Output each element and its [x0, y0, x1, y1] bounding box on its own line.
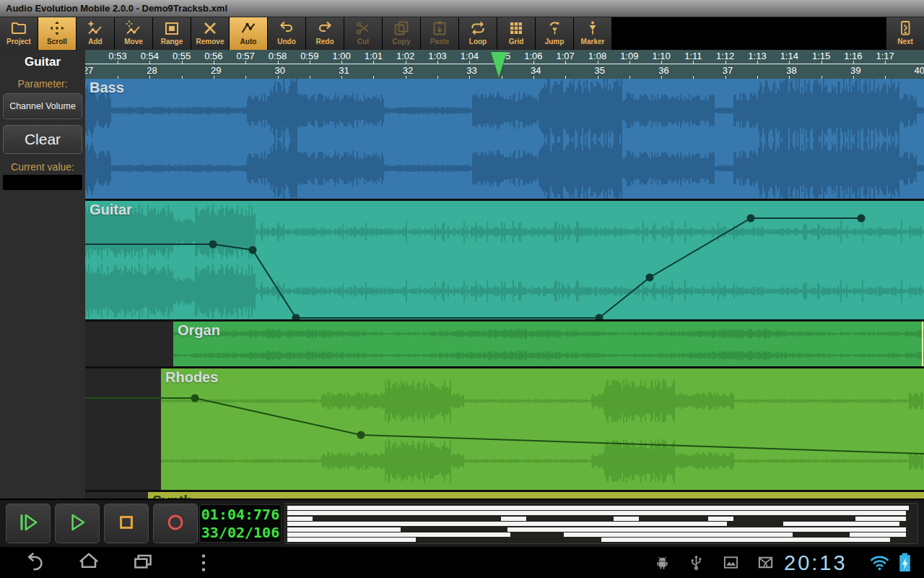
- navigator-clip-bar: [783, 522, 899, 526]
- automation-node[interactable]: [249, 246, 257, 254]
- time-label: 1:00: [332, 51, 350, 61]
- toolbar-button-label: Project: [6, 38, 31, 46]
- auto-icon: [240, 20, 257, 37]
- time-label: 1:12: [716, 51, 734, 61]
- navigator-clip-bar: [501, 517, 526, 521]
- battery-icon: [898, 552, 912, 576]
- ruler-tick: [757, 61, 758, 64]
- auto-button[interactable]: Auto: [230, 17, 267, 50]
- navigator-track-row: [287, 522, 915, 526]
- scroll-button[interactable]: Scroll: [38, 17, 76, 50]
- automation-node[interactable]: [357, 431, 365, 439]
- add-button[interactable]: Add: [77, 17, 114, 50]
- bar-label: 36: [658, 65, 668, 76]
- parameter-select-button[interactable]: Channel Volume: [3, 93, 82, 119]
- toolbar-button-label: Range: [161, 38, 183, 46]
- track-area: BassGuitarOrganRhodesSynth: [85, 79, 924, 499]
- navigator-track-row: [287, 538, 915, 542]
- time-label: 1:14: [780, 51, 798, 61]
- time-label: 0:59: [300, 51, 318, 61]
- jump-button[interactable]: Jump: [536, 17, 573, 50]
- audio-clip-synth[interactable]: [148, 492, 924, 499]
- ruler-tick: [406, 61, 406, 64]
- navigator-clip-bar: [287, 511, 906, 515]
- loop-button[interactable]: Loop: [459, 17, 497, 50]
- track-name-label: Organ: [178, 322, 220, 339]
- transport-bar: 01:04:776 33/02/106: [0, 499, 924, 547]
- bar-label: 27: [85, 65, 93, 76]
- timeline-ruler[interactable]: 0:530:540:550:560:570:580:591:001:011:02…: [85, 50, 924, 79]
- automation-node[interactable]: [191, 394, 199, 402]
- back-button[interactable]: [22, 550, 48, 576]
- time-label: 0:55: [173, 51, 191, 61]
- play-from-start-button[interactable]: [6, 504, 51, 543]
- ruler-tick: [214, 61, 214, 64]
- playhead[interactable]: [491, 52, 507, 77]
- android-system-bar: 20:13: [0, 547, 924, 578]
- track-organ: Organ: [85, 322, 924, 366]
- navigator-track-row: [287, 532, 915, 537]
- paste-button: Paste: [421, 17, 458, 50]
- automation-curve[interactable]: [85, 368, 924, 490]
- time-label: 1:16: [844, 51, 862, 61]
- time-label: 0:53: [108, 51, 126, 61]
- song-overview-navigator[interactable]: [284, 503, 918, 544]
- undo-icon: [278, 20, 295, 37]
- automation-node[interactable]: [747, 215, 755, 223]
- range-icon: [163, 20, 180, 37]
- status-clock: 20:13: [784, 551, 865, 575]
- ruler-tick: [533, 61, 534, 64]
- gmail-icon: [757, 554, 774, 574]
- menu-button[interactable]: [191, 550, 217, 576]
- automation-node[interactable]: [596, 314, 603, 320]
- ruler-tick: [629, 61, 630, 64]
- redo-button[interactable]: Redo: [306, 17, 344, 50]
- next-toolbar-page-button[interactable]: Next: [886, 17, 924, 50]
- record-button[interactable]: [153, 504, 198, 543]
- toolbar-button-label: Next: [897, 38, 913, 46]
- undo-button[interactable]: Undo: [268, 17, 305, 50]
- play-button[interactable]: [55, 504, 100, 543]
- track-name-label: Synth: [152, 493, 193, 499]
- app-screen: Audio Evolution Mobile 2.0.0 - Demo9Trac…: [0, 0, 924, 578]
- waveform: [173, 322, 924, 366]
- ruler-tick: [149, 61, 150, 64]
- track-synth: Synth: [85, 492, 924, 499]
- time-label: 0:58: [269, 51, 287, 61]
- jump-icon: [546, 20, 563, 37]
- remove-button[interactable]: Remove: [191, 17, 229, 50]
- navigator-clip-bar: [601, 538, 890, 542]
- navigator-track-row: [287, 527, 915, 532]
- ruler-tick: [821, 61, 822, 64]
- navigator-clip-bar: [855, 517, 906, 521]
- time-label: 1:17: [876, 51, 894, 61]
- play-from-start-icon: [15, 509, 41, 538]
- range-button[interactable]: Range: [153, 17, 191, 50]
- audio-clip-organ[interactable]: [173, 322, 924, 366]
- ruler-tick: [598, 61, 598, 64]
- bar-label: 29: [211, 65, 221, 76]
- audio-clip-bass[interactable]: [85, 79, 924, 199]
- recents-button[interactable]: [130, 550, 156, 576]
- move-button[interactable]: Move: [115, 17, 152, 50]
- clear-button[interactable]: Clear: [3, 125, 82, 154]
- ruler-tick: [853, 61, 854, 64]
- stop-button[interactable]: [104, 504, 149, 543]
- move-node-icon: [125, 20, 142, 37]
- automation-node[interactable]: [858, 215, 866, 223]
- home-icon: [76, 550, 102, 578]
- time-label: 0:56: [204, 51, 222, 61]
- project-button[interactable]: Project: [0, 17, 38, 50]
- automation-curve[interactable]: [85, 201, 924, 319]
- marker-button[interactable]: Marker: [574, 17, 611, 50]
- automation-node[interactable]: [646, 274, 654, 282]
- home-button[interactable]: [76, 550, 102, 576]
- toolbar-button-label: Move: [124, 38, 143, 46]
- cut-button: Cut: [344, 17, 382, 50]
- grid-button[interactable]: Grid: [497, 17, 535, 50]
- bar-label: 33: [466, 65, 476, 76]
- navigator-track-row: [287, 511, 915, 515]
- folder-icon: [10, 20, 27, 37]
- automation-node[interactable]: [209, 241, 217, 249]
- track-bass: Bass: [85, 79, 924, 199]
